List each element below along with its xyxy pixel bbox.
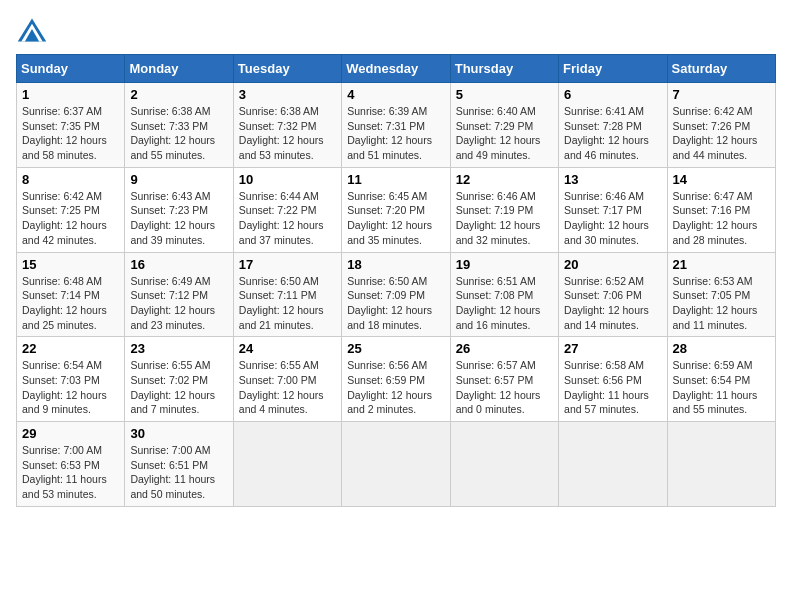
day-number: 22 [22,341,119,356]
cell-detail: Sunrise: 6:56 AM Sunset: 6:59 PM Dayligh… [347,358,444,417]
day-number: 28 [673,341,770,356]
cell-detail: Sunrise: 6:51 AM Sunset: 7:08 PM Dayligh… [456,274,553,333]
calendar-cell: 22Sunrise: 6:54 AM Sunset: 7:03 PM Dayli… [17,337,125,422]
col-header-friday: Friday [559,55,667,83]
day-number: 10 [239,172,336,187]
calendar-cell: 3Sunrise: 6:38 AM Sunset: 7:32 PM Daylig… [233,83,341,168]
calendar-cell [342,422,450,507]
cell-detail: Sunrise: 6:59 AM Sunset: 6:54 PM Dayligh… [673,358,770,417]
cell-detail: Sunrise: 6:38 AM Sunset: 7:33 PM Dayligh… [130,104,227,163]
cell-detail: Sunrise: 6:50 AM Sunset: 7:09 PM Dayligh… [347,274,444,333]
cell-detail: Sunrise: 6:54 AM Sunset: 7:03 PM Dayligh… [22,358,119,417]
day-number: 24 [239,341,336,356]
day-number: 15 [22,257,119,272]
day-number: 8 [22,172,119,187]
calendar-cell: 28Sunrise: 6:59 AM Sunset: 6:54 PM Dayli… [667,337,775,422]
col-header-monday: Monday [125,55,233,83]
calendar-cell: 12Sunrise: 6:46 AM Sunset: 7:19 PM Dayli… [450,167,558,252]
calendar-row-0: 1Sunrise: 6:37 AM Sunset: 7:35 PM Daylig… [17,83,776,168]
calendar-cell: 23Sunrise: 6:55 AM Sunset: 7:02 PM Dayli… [125,337,233,422]
cell-detail: Sunrise: 6:50 AM Sunset: 7:11 PM Dayligh… [239,274,336,333]
cell-detail: Sunrise: 6:46 AM Sunset: 7:19 PM Dayligh… [456,189,553,248]
calendar-row-2: 15Sunrise: 6:48 AM Sunset: 7:14 PM Dayli… [17,252,776,337]
day-number: 20 [564,257,661,272]
calendar-cell: 15Sunrise: 6:48 AM Sunset: 7:14 PM Dayli… [17,252,125,337]
calendar-cell: 25Sunrise: 6:56 AM Sunset: 6:59 PM Dayli… [342,337,450,422]
calendar-cell [233,422,341,507]
calendar-cell: 27Sunrise: 6:58 AM Sunset: 6:56 PM Dayli… [559,337,667,422]
day-number: 1 [22,87,119,102]
calendar-cell: 19Sunrise: 6:51 AM Sunset: 7:08 PM Dayli… [450,252,558,337]
calendar-cell: 10Sunrise: 6:44 AM Sunset: 7:22 PM Dayli… [233,167,341,252]
day-number: 13 [564,172,661,187]
cell-detail: Sunrise: 6:42 AM Sunset: 7:25 PM Dayligh… [22,189,119,248]
calendar-cell: 18Sunrise: 6:50 AM Sunset: 7:09 PM Dayli… [342,252,450,337]
calendar-cell: 4Sunrise: 6:39 AM Sunset: 7:31 PM Daylig… [342,83,450,168]
cell-detail: Sunrise: 6:45 AM Sunset: 7:20 PM Dayligh… [347,189,444,248]
cell-detail: Sunrise: 6:42 AM Sunset: 7:26 PM Dayligh… [673,104,770,163]
cell-detail: Sunrise: 6:40 AM Sunset: 7:29 PM Dayligh… [456,104,553,163]
day-number: 25 [347,341,444,356]
col-header-thursday: Thursday [450,55,558,83]
header-row: SundayMondayTuesdayWednesdayThursdayFrid… [17,55,776,83]
calendar-cell: 13Sunrise: 6:46 AM Sunset: 7:17 PM Dayli… [559,167,667,252]
calendar-cell: 1Sunrise: 6:37 AM Sunset: 7:35 PM Daylig… [17,83,125,168]
calendar-cell: 6Sunrise: 6:41 AM Sunset: 7:28 PM Daylig… [559,83,667,168]
day-number: 19 [456,257,553,272]
col-header-wednesday: Wednesday [342,55,450,83]
day-number: 29 [22,426,119,441]
day-number: 16 [130,257,227,272]
cell-detail: Sunrise: 6:41 AM Sunset: 7:28 PM Dayligh… [564,104,661,163]
day-number: 6 [564,87,661,102]
col-header-saturday: Saturday [667,55,775,83]
calendar-cell: 8Sunrise: 6:42 AM Sunset: 7:25 PM Daylig… [17,167,125,252]
calendar-cell: 24Sunrise: 6:55 AM Sunset: 7:00 PM Dayli… [233,337,341,422]
day-number: 18 [347,257,444,272]
calendar-cell: 2Sunrise: 6:38 AM Sunset: 7:33 PM Daylig… [125,83,233,168]
day-number: 11 [347,172,444,187]
cell-detail: Sunrise: 6:53 AM Sunset: 7:05 PM Dayligh… [673,274,770,333]
cell-detail: Sunrise: 6:55 AM Sunset: 7:02 PM Dayligh… [130,358,227,417]
day-number: 23 [130,341,227,356]
cell-detail: Sunrise: 6:39 AM Sunset: 7:31 PM Dayligh… [347,104,444,163]
calendar-cell: 26Sunrise: 6:57 AM Sunset: 6:57 PM Dayli… [450,337,558,422]
day-number: 21 [673,257,770,272]
calendar-cell: 14Sunrise: 6:47 AM Sunset: 7:16 PM Dayli… [667,167,775,252]
logo-icon [16,16,48,44]
calendar-cell: 29Sunrise: 7:00 AM Sunset: 6:53 PM Dayli… [17,422,125,507]
cell-detail: Sunrise: 6:46 AM Sunset: 7:17 PM Dayligh… [564,189,661,248]
day-number: 4 [347,87,444,102]
logo [16,16,54,44]
calendar-cell: 7Sunrise: 6:42 AM Sunset: 7:26 PM Daylig… [667,83,775,168]
cell-detail: Sunrise: 7:00 AM Sunset: 6:51 PM Dayligh… [130,443,227,502]
calendar-cell [667,422,775,507]
cell-detail: Sunrise: 6:58 AM Sunset: 6:56 PM Dayligh… [564,358,661,417]
day-number: 26 [456,341,553,356]
day-number: 17 [239,257,336,272]
calendar-cell: 5Sunrise: 6:40 AM Sunset: 7:29 PM Daylig… [450,83,558,168]
calendar-cell: 21Sunrise: 6:53 AM Sunset: 7:05 PM Dayli… [667,252,775,337]
calendar-cell: 17Sunrise: 6:50 AM Sunset: 7:11 PM Dayli… [233,252,341,337]
calendar-cell [450,422,558,507]
cell-detail: Sunrise: 6:55 AM Sunset: 7:00 PM Dayligh… [239,358,336,417]
col-header-sunday: Sunday [17,55,125,83]
calendar-cell [559,422,667,507]
calendar-cell: 11Sunrise: 6:45 AM Sunset: 7:20 PM Dayli… [342,167,450,252]
cell-detail: Sunrise: 6:38 AM Sunset: 7:32 PM Dayligh… [239,104,336,163]
calendar-row-3: 22Sunrise: 6:54 AM Sunset: 7:03 PM Dayli… [17,337,776,422]
cell-detail: Sunrise: 6:57 AM Sunset: 6:57 PM Dayligh… [456,358,553,417]
cell-detail: Sunrise: 6:52 AM Sunset: 7:06 PM Dayligh… [564,274,661,333]
day-number: 3 [239,87,336,102]
calendar-cell: 20Sunrise: 6:52 AM Sunset: 7:06 PM Dayli… [559,252,667,337]
calendar-row-1: 8Sunrise: 6:42 AM Sunset: 7:25 PM Daylig… [17,167,776,252]
day-number: 7 [673,87,770,102]
cell-detail: Sunrise: 6:37 AM Sunset: 7:35 PM Dayligh… [22,104,119,163]
calendar-row-4: 29Sunrise: 7:00 AM Sunset: 6:53 PM Dayli… [17,422,776,507]
col-header-tuesday: Tuesday [233,55,341,83]
cell-detail: Sunrise: 6:47 AM Sunset: 7:16 PM Dayligh… [673,189,770,248]
day-number: 9 [130,172,227,187]
cell-detail: Sunrise: 6:43 AM Sunset: 7:23 PM Dayligh… [130,189,227,248]
day-number: 30 [130,426,227,441]
cell-detail: Sunrise: 6:44 AM Sunset: 7:22 PM Dayligh… [239,189,336,248]
calendar-cell: 9Sunrise: 6:43 AM Sunset: 7:23 PM Daylig… [125,167,233,252]
